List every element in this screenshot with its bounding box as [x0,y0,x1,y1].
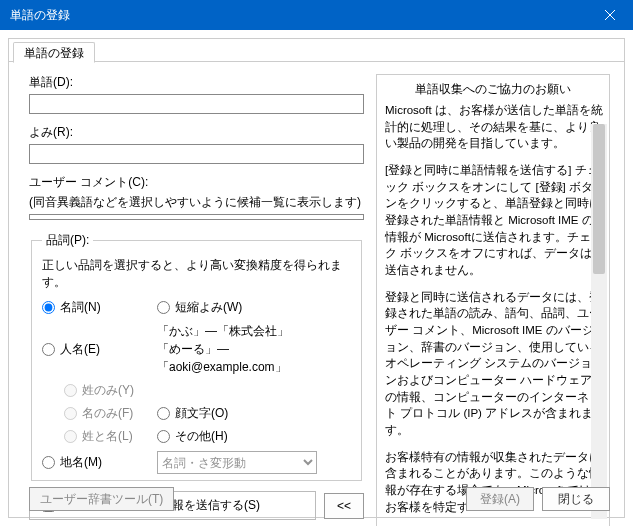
user-dict-tool-button[interactable]: ユーザー辞書ツール(T) [29,487,174,511]
right-panel: 単語収集へのご協力のお願い Microsoft は、お客様が送信した単語を統計的… [376,74,610,507]
part-of-speech-group: 品詞(P): 正しい品詞を選択すると、より高い変換精度を得られます。 名詞(N)… [31,232,362,481]
radio-fullname[interactable]: 姓と名(L) [64,428,157,445]
pos-description: 正しい品詞を選択すると、より高い変換精度を得られます。 [42,257,351,291]
radio-given-only[interactable]: 名のみ(F) [64,405,157,422]
radio-noun[interactable]: 名詞(N) [42,299,157,316]
register-button[interactable]: 登録(A) [466,487,534,511]
radio-abbrev[interactable]: 短縮よみ(W) [157,299,351,316]
close-icon [605,10,616,21]
word-input[interactable] [29,94,364,114]
radio-person[interactable]: 人名(E) [42,341,157,358]
comment-hint: (同音異義語などを選択しやすいように候補一覧に表示します) [29,194,364,211]
left-panel: 単語(D): よみ(R): ユーザー コメント(C): (同音異義語などを選択し… [29,74,364,507]
comment-label: ユーザー コメント(C): [29,174,364,191]
reading-label: よみ(R): [29,124,364,141]
close-button[interactable]: 閉じる [542,487,610,511]
radio-place[interactable]: 地名(M) [42,454,157,471]
comment-input[interactable] [29,214,364,220]
radio-surname-only[interactable]: 姓のみ(Y) [64,382,157,399]
word-label: 単語(D): [29,74,364,91]
radio-other[interactable]: その他(H) [157,428,351,445]
radio-face[interactable]: 顔文字(O) [157,405,351,422]
tab-strip: 単語の登録 [9,39,624,62]
pos-legend: 品詞(P): [42,232,93,249]
window-title: 単語の登録 [10,7,70,24]
title-bar: 単語の登録 [0,0,633,30]
other-type-select[interactable]: 名詞・さ変形動 [157,451,317,474]
reading-input[interactable] [29,144,364,164]
window-close-button[interactable] [588,0,633,30]
tab-register-word[interactable]: 単語の登録 [13,42,95,63]
scrollbar-thumb[interactable] [593,124,605,274]
info-scrollbar[interactable] [591,124,607,519]
dialog-frame: 単語の登録 単語(D): よみ(R): ユーザー コメント(C): (同音異義語… [8,38,625,518]
dialog-footer: ユーザー辞書ツール(T) 登録(A) 閉じる [9,487,624,511]
abbrev-example: 「かぶ」―「株式会社」 「めーる」―「aoki@example.com」 [157,322,351,376]
info-title: 単語収集へのご協力のお願い [377,75,609,102]
info-text: Microsoft は、お客様が送信した単語を統計的に処理し、その結果を基に、よ… [377,102,609,525]
